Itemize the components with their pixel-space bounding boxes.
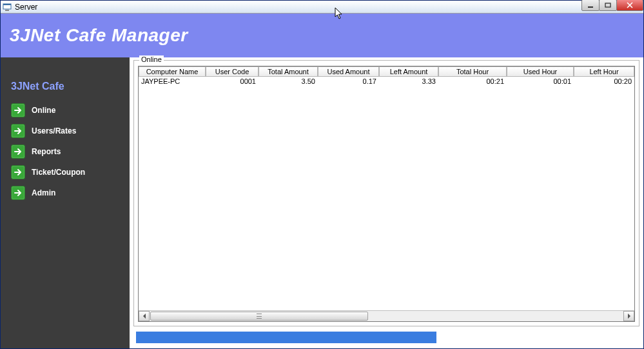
sidebar-item-ticket-coupon[interactable]: Ticket/Coupon <box>1 162 130 183</box>
progress-bar <box>136 332 436 343</box>
minimize-button[interactable] <box>581 0 600 11</box>
app-window: Server 3JNet Cafe Manager 3JNet Cafe Onl… <box>0 0 644 349</box>
svg-rect-4 <box>605 3 610 7</box>
scroll-thumb[interactable] <box>150 312 368 321</box>
sidebar-item-online[interactable]: Online <box>1 100 130 121</box>
window-controls <box>582 0 643 11</box>
col-total-amount[interactable]: Total Amount <box>259 66 318 77</box>
sidebar-item-label: Ticket/Coupon <box>32 168 85 177</box>
sidebar-title: 3JNet Cafe <box>1 81 130 100</box>
main-panel: Online Computer Name User Code Total Amo… <box>130 57 643 348</box>
sidebar-item-label: Reports <box>32 147 61 156</box>
sidebar-item-users-rates[interactable]: Users/Rates <box>1 121 130 141</box>
col-left-hour[interactable]: Left Hour <box>574 66 634 77</box>
sidebar: 3JNet Cafe Online Users/Rates Reports <box>1 57 130 348</box>
sidebar-item-admin[interactable]: Admin <box>1 183 130 203</box>
col-user-code[interactable]: User Code <box>206 66 259 77</box>
app-title: 3JNet Cafe Manager <box>10 25 188 46</box>
arrow-right-icon <box>11 186 25 200</box>
app-body: 3JNet Cafe Online Users/Rates Reports <box>1 57 643 348</box>
cell-left-amount: 3.33 <box>379 77 438 86</box>
table-header: Computer Name User Code Total Amount Use… <box>139 66 634 77</box>
window-title: Server <box>15 3 37 12</box>
app-icon <box>2 2 12 12</box>
titlebar[interactable]: Server <box>1 1 643 14</box>
table-body: JAYPEE-PC 0001 3.50 0.17 3.33 00:21 00:0… <box>139 77 634 310</box>
arrow-right-icon <box>11 124 25 138</box>
cell-used-amount: 0.17 <box>318 77 379 86</box>
cell-user-code: 0001 <box>206 77 259 86</box>
arrow-right-icon <box>11 165 25 179</box>
sidebar-item-label: Users/Rates <box>32 126 76 135</box>
scroll-track[interactable] <box>150 311 623 321</box>
col-total-hour[interactable]: Total Hour <box>438 66 507 77</box>
cell-computer-name: JAYPEE-PC <box>139 77 206 86</box>
cell-left-hour: 00:20 <box>574 77 634 86</box>
svg-rect-2 <box>5 10 9 11</box>
sidebar-item-label: Admin <box>32 188 55 197</box>
col-computer-name[interactable]: Computer Name <box>139 66 206 77</box>
horizontal-scrollbar[interactable] <box>139 310 634 321</box>
svg-rect-3 <box>588 6 593 8</box>
close-button[interactable] <box>616 0 643 11</box>
arrow-right-icon <box>11 145 25 159</box>
app-banner: 3JNet Cafe Manager <box>1 14 643 57</box>
status-area <box>132 328 641 347</box>
sidebar-item-label: Online <box>32 106 55 115</box>
online-table: Computer Name User Code Total Amount Use… <box>138 66 635 322</box>
scroll-right-button[interactable] <box>623 311 634 321</box>
arrow-right-icon <box>11 103 25 117</box>
table-row[interactable]: JAYPEE-PC 0001 3.50 0.17 3.33 00:21 00:0… <box>139 77 634 86</box>
online-groupbox: Online Computer Name User Code Total Amo… <box>133 60 639 326</box>
svg-rect-1 <box>3 4 11 5</box>
sidebar-item-reports[interactable]: Reports <box>1 141 130 162</box>
col-used-hour[interactable]: Used Hour <box>507 66 574 77</box>
cell-total-hour: 00:21 <box>438 77 507 86</box>
col-used-amount[interactable]: Used Amount <box>318 66 379 77</box>
col-left-amount[interactable]: Left Amount <box>379 66 438 77</box>
groupbox-legend: Online <box>139 55 164 63</box>
scroll-left-button[interactable] <box>139 311 150 321</box>
cell-used-hour: 00:01 <box>507 77 574 86</box>
maximize-button[interactable] <box>599 0 617 11</box>
cell-total-amount: 3.50 <box>259 77 318 86</box>
